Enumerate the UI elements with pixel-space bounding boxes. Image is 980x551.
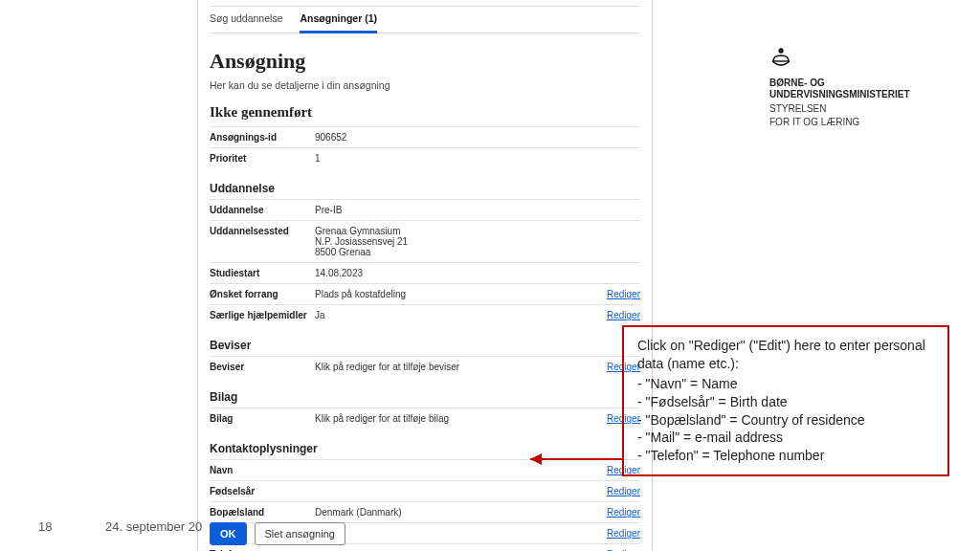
annotation-callout: Click on "Rediger" ("Edit") here to ente… [622,325,949,476]
section-education: Uddannelse [210,182,640,195]
location-line3: 8500 Grenaa [315,247,640,257]
row-birth-year: Fødselsår Rediger [210,480,640,501]
edit-link[interactable]: Rediger [607,528,640,539]
tab-bar: Søg uddannelse Ansøgninger (1) [210,6,640,33]
logo-text-1b: UNDERVISNINGSMINISTERIET [769,89,942,101]
logo-text-2a: STYRELSEN [769,103,942,116]
tab-search-education[interactable]: Søg uddannelse [210,7,282,33]
value: 906652 [315,132,640,143]
label: Bopælsland [210,507,315,518]
slide-date: 24. september 20 [105,519,202,534]
ok-button[interactable]: OK [210,522,247,545]
label: Uddannelse [210,205,315,215]
label: Ønsket forrang [210,289,315,299]
delete-application-button[interactable]: Slet ansøgning [255,522,345,545]
value: 1 [315,153,640,164]
value: Grenaa Gymnasium N.P. Josiassensvej 21 8… [315,226,640,257]
callout-item: - "Fødselsår" = Birth date [637,393,934,411]
value: Pre-IB [315,205,640,215]
edit-link[interactable]: Rediger [607,289,640,299]
row-education-location: Uddannelsessted Grenaa Gymnasium N.P. Jo… [210,220,640,262]
row-attachments: Bilag Klik på rediger for at tilføje bil… [210,408,640,429]
location-line1: Grenaa Gymnasium [315,226,640,236]
value: Plads på kostafdeling [315,289,599,299]
label: Bilag [210,413,315,424]
page-title: Ansøgning [210,49,640,74]
row-special-aids: Særlige hjælpemidler Ja Rediger [210,304,640,325]
edit-link[interactable]: Rediger [607,486,640,496]
edit-link[interactable]: Rediger [607,507,640,518]
label: Særlige hjælpemidler [210,310,315,320]
row-country: Bopælsland Denmark (Danmark) Rediger [210,501,640,522]
value: Klik på rediger for at tilføje beviser [315,362,599,372]
logo-text-2b: FOR IT OG LÆRING [769,117,942,129]
value: 14.08.2023 [315,268,640,278]
page-subtitle: Her kan du se detaljerne i din ansøgning [210,79,640,91]
callout-intro: Click on "Rediger" ("Edit") here to ente… [637,337,934,373]
callout-translations: - "Navn" = Name - "Fødselsår" = Birth da… [637,375,934,465]
row-name: Navn Rediger [210,459,640,480]
button-bar: OK Slet ansøgning [210,522,345,545]
callout-item: - "Bopælsland" = Country of residence [637,411,934,430]
location-line2: N.P. Josiassensvej 21 [315,236,640,247]
value: Ja [315,310,599,320]
tab-applications[interactable]: Ansøgninger (1) [300,7,377,33]
callout-item: - "Mail" = e-mail address [637,429,934,447]
ministry-logo: BØRNE- OG UNDERVISNINGSMINISTERIET STYRE… [769,48,942,129]
logo-text-1a: BØRNE- OG [769,77,942,90]
label: Fødselsår [210,486,315,496]
label: Navn [210,465,315,475]
application-panel: Søg uddannelse Ansøgninger (1) Ansøgning… [197,0,653,551]
callout-item: - "Telefon" = Telephone number [637,447,934,465]
label: Ansøgnings-id [210,132,315,143]
label: Beviser [210,362,315,372]
section-certificates: Beviser [210,339,640,352]
section-attachments: Bilag [210,390,640,404]
label: Uddannelsessted [210,226,315,236]
section-contact: Kontaktoplysninger [210,442,640,455]
status-title: Ikke gennemført [210,104,640,121]
label: Studiestart [210,268,315,278]
crown-icon [769,48,942,76]
row-application-id: Ansøgnings-id 906652 [210,126,640,147]
row-start-date: Studiestart 14.08.2023 [210,262,640,283]
row-priority-wish: Ønsket forrang Plads på kostafdeling Red… [210,283,640,304]
row-certificates: Beviser Klik på rediger for at tilføje b… [210,356,640,377]
row-priority: Prioritet 1 [210,147,640,168]
value: Klik på rediger for at tilføje bilag [315,413,599,424]
page-number: 18 [38,519,52,534]
callout-item: - "Navn" = Name [637,375,934,393]
row-education: Uddannelse Pre-IB [210,199,640,220]
value: Denmark (Danmark) [315,507,599,518]
label: Prioritet [210,153,315,164]
edit-link[interactable]: Rediger [607,310,640,320]
